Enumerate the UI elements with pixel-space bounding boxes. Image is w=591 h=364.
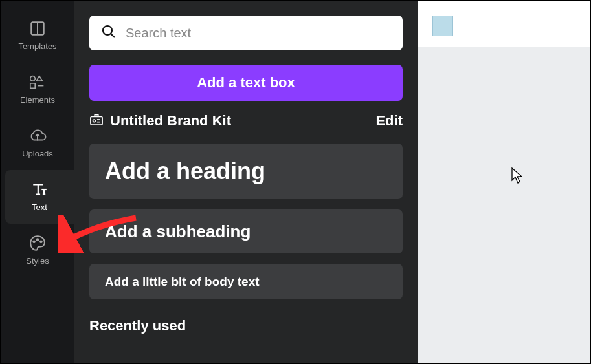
sidebar-item-templates[interactable]: Templates	[1, 9, 74, 63]
sidebar-item-label: Elements	[20, 95, 55, 105]
brand-kit-name: Untitled Brand Kit	[110, 112, 231, 129]
text-icon	[30, 180, 49, 198]
sidebar-item-label: Styles	[26, 256, 49, 266]
sidebar-item-label: Text	[32, 202, 47, 212]
svg-point-14	[37, 239, 39, 241]
sidebar-item-elements[interactable]: Elements	[1, 63, 74, 116]
sidebar-item-uploads[interactable]: Uploads	[1, 116, 74, 170]
add-heading-block[interactable]: Add a heading	[89, 144, 403, 199]
add-body-text-block[interactable]: Add a little bit of body text	[89, 264, 403, 299]
svg-point-15	[40, 241, 42, 242]
add-subheading-block[interactable]: Add a subheading	[89, 209, 403, 253]
brand-kit-row: Untitled Brand Kit Edit	[89, 112, 403, 129]
edit-brand-kit-link[interactable]: Edit	[375, 112, 403, 129]
search-box[interactable]	[89, 16, 403, 50]
svg-marker-3	[36, 76, 42, 81]
svg-point-19	[93, 120, 96, 122]
templates-icon	[28, 19, 47, 37]
svg-point-16	[103, 26, 112, 35]
svg-point-2	[30, 76, 35, 81]
canvas-area[interactable]	[418, 1, 590, 363]
canvas-toolbar	[418, 1, 590, 47]
brand-kit-icon	[89, 113, 104, 129]
text-panel: Add a text box Untitled Brand Kit Edit A…	[74, 1, 418, 363]
sidebar-item-label: Uploads	[22, 149, 53, 158]
sidebar-item-label: Templates	[18, 41, 56, 51]
color-swatch[interactable]	[432, 16, 453, 36]
svg-point-13	[33, 241, 35, 242]
elements-icon	[28, 73, 47, 91]
recently-used-heading: Recently used	[89, 317, 403, 334]
sidebar-item-text[interactable]: Text	[5, 170, 74, 224]
uploads-icon	[28, 127, 47, 145]
svg-rect-18	[91, 116, 102, 125]
svg-rect-4	[30, 83, 35, 88]
svg-line-17	[111, 34, 115, 38]
styles-icon	[28, 234, 47, 252]
sidebar: Templates Elements Uploads	[1, 1, 74, 363]
add-text-box-button[interactable]: Add a text box	[89, 65, 403, 101]
sidebar-item-styles[interactable]: Styles	[1, 224, 74, 277]
search-input[interactable]	[126, 26, 391, 41]
search-icon	[101, 24, 117, 42]
